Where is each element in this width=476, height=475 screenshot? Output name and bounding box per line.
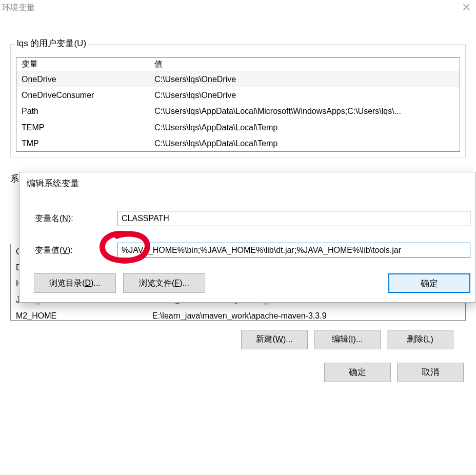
- btn-text: )...: [91, 279, 101, 288]
- browse-directory-button[interactable]: 浏览目录(D)...: [34, 273, 116, 293]
- btn-accel: L: [426, 335, 431, 344]
- window-title-bar: 环境变量 ✕: [0, 0, 476, 18]
- user-variables-caption: lqs 的用户变量(U): [15, 37, 88, 49]
- label-accel: V: [62, 246, 68, 254]
- var-name: M2_HOME: [11, 308, 147, 321]
- variable-name-label: 变量名(N):: [25, 213, 117, 224]
- btn-text: 编辑(: [332, 334, 351, 345]
- system-variables-button-row: 新建(W)... 编辑(I)... 删除(L): [10, 321, 466, 349]
- new-button[interactable]: 新建(W)...: [241, 330, 308, 349]
- edit-system-variable-dialog: 编辑系统变量 变量名(N): 变量值(V): 浏览目录(D)... 浏览文件(F…: [19, 172, 476, 303]
- label-text: 变量值(: [35, 246, 62, 254]
- header-value[interactable]: 值: [149, 58, 460, 71]
- user-variables-table[interactable]: 变量 值 OneDrive C:\Users\lqs\OneDrive OneD…: [16, 57, 460, 152]
- label-text: ):: [68, 214, 73, 223]
- header-variable[interactable]: 变量: [16, 58, 150, 71]
- var-value: C:\Users\lqs\OneDrive: [149, 71, 460, 88]
- var-value: C:\Users\lqs\OneDrive: [149, 87, 460, 103]
- var-value: C:\Users\lqs\AppData\Local\Microsoft\Win…: [149, 103, 460, 119]
- browse-file-button[interactable]: 浏览文件(F)...: [123, 273, 205, 293]
- variable-name-input[interactable]: [117, 211, 470, 226]
- btn-accel: W: [275, 335, 283, 344]
- var-name: TEMP: [16, 120, 150, 135]
- var-name: OneDriveConsumer: [16, 87, 150, 103]
- var-name: OneDrive: [16, 71, 150, 88]
- table-header-row: 变量 值: [16, 58, 460, 71]
- edit-dialog-title: 编辑系统变量: [19, 172, 475, 191]
- label-accel: N: [62, 214, 68, 223]
- btn-text: 浏览文件(: [139, 278, 174, 289]
- var-value: E:\learn_java\maven_work\apache-maven-3.…: [147, 308, 465, 321]
- user-variables-group: lqs 的用户变量(U) 变量 值 OneDrive C:\Users\lqs\…: [10, 44, 466, 157]
- window-title: 环境变量: [2, 3, 35, 13]
- variable-value-input[interactable]: [117, 243, 470, 258]
- table-row[interactable]: OneDrive C:\Users\lqs\OneDrive: [16, 71, 460, 88]
- btn-accel: F: [174, 279, 180, 288]
- btn-text: ): [430, 335, 433, 344]
- edit-button[interactable]: 编辑(I)...: [314, 330, 381, 349]
- close-icon[interactable]: ✕: [462, 2, 471, 13]
- table-row[interactable]: TMP C:\Users\lqs\AppData\Local\Temp: [16, 135, 460, 152]
- var-name: TMP: [16, 135, 150, 152]
- system-variables-caption-fragment: 系: [10, 174, 19, 184]
- var-value: C:\Users\lqs\AppData\Local\Temp: [149, 135, 460, 152]
- variable-value-label: 变量值(V):: [25, 245, 117, 256]
- table-row[interactable]: OneDriveConsumer C:\Users\lqs\OneDrive: [16, 87, 460, 103]
- btn-text: 浏览目录(: [49, 278, 85, 289]
- btn-text: )...: [283, 335, 293, 344]
- ok-button[interactable]: 确定: [324, 363, 391, 382]
- var-name: Path: [16, 103, 150, 119]
- edit-dialog-button-row: 浏览目录(D)... 浏览文件(F)... 确定: [19, 273, 475, 293]
- delete-button[interactable]: 删除(L): [387, 330, 453, 349]
- cancel-button[interactable]: 取消: [397, 363, 464, 382]
- label-text: ):: [68, 246, 73, 254]
- btn-text: )...: [353, 335, 363, 344]
- table-row[interactable]: M2_HOME E:\learn_java\maven_work\apache-…: [11, 308, 465, 321]
- btn-text: )...: [180, 279, 189, 288]
- label-text: 变量名(: [35, 214, 62, 223]
- btn-accel: D: [85, 279, 91, 288]
- table-row[interactable]: TEMP C:\Users\lqs\AppData\Local\Temp: [16, 120, 460, 135]
- var-value: C:\Users\lqs\AppData\Local\Temp: [149, 120, 460, 135]
- edit-ok-button[interactable]: 确定: [388, 273, 470, 293]
- table-row[interactable]: Path C:\Users\lqs\AppData\Local\Microsof…: [16, 103, 460, 119]
- btn-text: 删除(: [407, 334, 426, 345]
- dialog-button-row: 确定 取消: [0, 349, 476, 382]
- btn-text: 新建(: [256, 334, 275, 345]
